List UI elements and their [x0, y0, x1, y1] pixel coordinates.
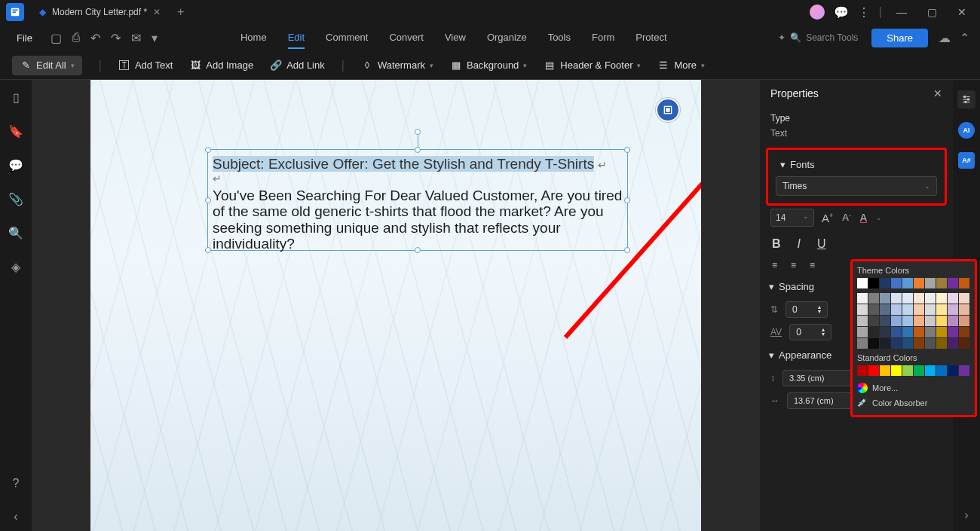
comments-icon[interactable]: 💬: [8, 158, 23, 172]
color-swatch[interactable]: [959, 316, 969, 326]
color-swatch[interactable]: [880, 304, 890, 315]
cloud-icon[interactable]: ☁: [934, 31, 955, 45]
resize-handle[interactable]: [205, 197, 211, 203]
color-swatch[interactable]: [936, 338, 947, 349]
resize-handle[interactable]: [624, 147, 630, 153]
color-swatch[interactable]: [914, 365, 924, 376]
resize-handle[interactable]: [205, 247, 211, 253]
help-icon[interactable]: ?: [13, 477, 20, 490]
ai-badge-icon[interactable]: AI: [958, 122, 975, 139]
color-swatch[interactable]: [959, 278, 969, 288]
background-button[interactable]: ▩Background▾: [450, 60, 527, 72]
color-swatch[interactable]: [857, 304, 868, 315]
comment-icon[interactable]: 💬: [834, 5, 849, 20]
color-absorber-button[interactable]: 💉Color Absorber: [857, 395, 970, 410]
color-swatch[interactable]: [891, 327, 902, 337]
color-swatch[interactable]: [936, 316, 947, 326]
search-panel-icon[interactable]: 🔍: [8, 226, 23, 240]
color-swatch[interactable]: [902, 278, 913, 288]
color-swatch[interactable]: [959, 365, 969, 376]
tab-comment[interactable]: Comment: [326, 27, 368, 49]
close-window-button[interactable]: ✕: [951, 6, 972, 18]
color-swatch[interactable]: [914, 327, 924, 337]
font-color-button[interactable]: A: [860, 212, 867, 224]
search-tools[interactable]: ✦ 🔍 Search Tools: [778, 32, 865, 43]
color-swatch[interactable]: [948, 327, 958, 337]
edit-all-button[interactable]: ✎ Edit All ▾: [12, 56, 82, 75]
align-right-icon[interactable]: ≡: [810, 260, 815, 270]
header-footer-button[interactable]: ▤Header & Footer▾: [544, 60, 641, 72]
color-swatch[interactable]: [891, 304, 902, 315]
thumbnails-icon[interactable]: ▯: [13, 90, 20, 105]
color-swatch[interactable]: [857, 327, 868, 337]
color-swatch[interactable]: [925, 338, 936, 349]
tab-edit[interactable]: Edit: [288, 27, 305, 49]
add-link-button[interactable]: 🔗Add Link: [270, 60, 325, 72]
body-text[interactable]: You've Been Searching For Dear Valued Cu…: [208, 185, 627, 255]
color-swatch[interactable]: [925, 327, 936, 337]
close-panel-button[interactable]: ✕: [933, 87, 942, 99]
color-swatch[interactable]: [868, 278, 879, 288]
color-swatch[interactable]: [868, 338, 879, 349]
color-swatch[interactable]: [925, 278, 936, 288]
color-swatch[interactable]: [959, 338, 969, 349]
attachments-icon[interactable]: 📎: [8, 192, 23, 206]
color-swatch[interactable]: [902, 316, 913, 326]
color-swatch[interactable]: [925, 365, 936, 376]
resize-handle[interactable]: [624, 197, 630, 203]
file-menu[interactable]: File: [6, 32, 43, 44]
color-swatch[interactable]: [959, 304, 969, 315]
resize-handle[interactable]: [415, 147, 421, 153]
color-swatch[interactable]: [936, 304, 947, 315]
add-image-button[interactable]: 🖼Add Image: [189, 60, 253, 72]
color-swatch[interactable]: [959, 293, 969, 304]
line-spacing-input[interactable]: 0▴▾: [786, 301, 828, 318]
chevron-down-icon[interactable]: ▾: [152, 31, 158, 45]
align-left-icon[interactable]: ≡: [772, 260, 777, 270]
grow-font-icon[interactable]: A+: [822, 212, 833, 224]
redo-icon[interactable]: ↷: [111, 31, 121, 45]
minimize-button[interactable]: —: [891, 6, 912, 18]
color-swatch[interactable]: [914, 278, 924, 288]
color-swatch[interactable]: [880, 293, 890, 304]
color-swatch[interactable]: [868, 327, 879, 337]
fonts-collapse[interactable]: ▾Fonts: [771, 153, 942, 176]
color-swatch[interactable]: [857, 293, 868, 304]
assist-badge-icon[interactable]: A#: [958, 152, 975, 169]
color-swatch[interactable]: [959, 327, 969, 337]
more-button[interactable]: ☰More▾: [657, 60, 705, 72]
color-swatch[interactable]: [914, 338, 924, 349]
color-swatch[interactable]: [948, 304, 958, 315]
save-icon[interactable]: ▢: [51, 31, 62, 45]
align-center-icon[interactable]: ≡: [791, 260, 796, 270]
color-swatch[interactable]: [891, 365, 902, 376]
color-swatch[interactable]: [902, 365, 913, 376]
tab-form[interactable]: Form: [592, 27, 614, 49]
properties-toggle-icon[interactable]: [957, 90, 975, 108]
color-swatch[interactable]: [880, 338, 890, 349]
color-swatch[interactable]: [868, 316, 879, 326]
color-swatch[interactable]: [914, 293, 924, 304]
layers-icon[interactable]: ◈: [11, 260, 20, 274]
font-size-dropdown[interactable]: 14⌄: [770, 209, 814, 227]
italic-button[interactable]: I: [798, 237, 801, 251]
undo-icon[interactable]: ↶: [90, 31, 100, 45]
collapse-icon[interactable]: ‹: [14, 510, 17, 523]
shrink-font-icon[interactable]: A-: [842, 212, 850, 223]
color-swatch[interactable]: [936, 293, 947, 304]
color-swatch[interactable]: [857, 316, 868, 326]
add-text-button[interactable]: 🅃Add Text: [118, 60, 173, 72]
share-button[interactable]: Share: [871, 29, 928, 47]
rotate-handle[interactable]: [415, 129, 421, 135]
new-tab-button[interactable]: +: [170, 5, 191, 19]
tab-home[interactable]: Home: [240, 27, 267, 49]
color-swatch[interactable]: [925, 293, 936, 304]
expand-icon[interactable]: ›: [964, 508, 968, 522]
bold-button[interactable]: B: [772, 237, 781, 251]
color-swatch[interactable]: [891, 293, 902, 304]
collapse-ribbon-icon[interactable]: ⌃: [955, 31, 974, 45]
edit-mode-badge[interactable]: [656, 98, 680, 122]
color-swatch[interactable]: [948, 338, 958, 349]
color-swatch[interactable]: [880, 365, 890, 376]
tab-convert[interactable]: Convert: [389, 27, 424, 49]
